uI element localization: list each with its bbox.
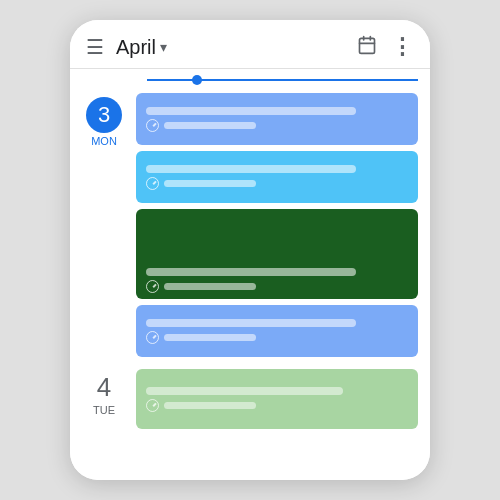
event-card[interactable] (136, 305, 418, 357)
day-section-monday: 3 Mon (70, 87, 430, 363)
monday-events (136, 93, 418, 357)
phone-frame: ☰ April ▾ ⋮ 3 (70, 20, 430, 480)
event-time-bar (164, 334, 256, 341)
day-label-monday: 3 Mon (82, 93, 126, 357)
month-title[interactable]: April ▾ (116, 36, 357, 59)
dropdown-arrow-icon: ▾ (160, 39, 167, 55)
day-number-4: 4 (97, 373, 111, 402)
menu-icon[interactable]: ☰ (86, 37, 104, 57)
clock-icon (146, 399, 159, 412)
more-options-icon[interactable]: ⋮ (391, 34, 414, 60)
day-number-3: 3 (86, 97, 122, 133)
svg-rect-0 (360, 38, 375, 53)
event-title-bar (146, 387, 343, 395)
clock-icon (146, 331, 159, 344)
clock-icon (146, 280, 159, 293)
event-title-bar (146, 107, 356, 115)
event-time-bar (164, 122, 256, 129)
month-label: April (116, 36, 156, 59)
event-card[interactable] (136, 151, 418, 203)
event-time-bar (164, 180, 256, 187)
current-time-line (147, 79, 418, 81)
current-time-indicator (70, 69, 430, 87)
header-actions: ⋮ (357, 34, 414, 60)
day-name-mon: Mon (91, 135, 117, 147)
tuesday-events (136, 369, 418, 429)
event-time-row (146, 119, 408, 132)
event-title-bar (146, 165, 356, 173)
day-name-tue: Tue (93, 404, 115, 416)
calendar-icon[interactable] (357, 35, 377, 60)
clock-icon (146, 119, 159, 132)
event-time-row (146, 280, 408, 293)
event-time-bar (164, 283, 256, 290)
timeline-area: 3 Mon (70, 69, 430, 480)
clock-icon (146, 177, 159, 190)
event-time-bar (164, 402, 256, 409)
event-title-bar (146, 319, 356, 327)
app-header: ☰ April ▾ ⋮ (70, 20, 430, 69)
event-card[interactable] (136, 209, 418, 299)
event-time-row (146, 399, 408, 412)
event-time-row (146, 177, 408, 190)
event-title-bar (146, 268, 356, 276)
day-section-tuesday: 4 Tue (70, 363, 430, 435)
current-time-dot (192, 75, 202, 85)
event-card[interactable] (136, 93, 418, 145)
day-label-tuesday: 4 Tue (82, 369, 126, 429)
event-time-row (146, 331, 408, 344)
event-card[interactable] (136, 369, 418, 429)
